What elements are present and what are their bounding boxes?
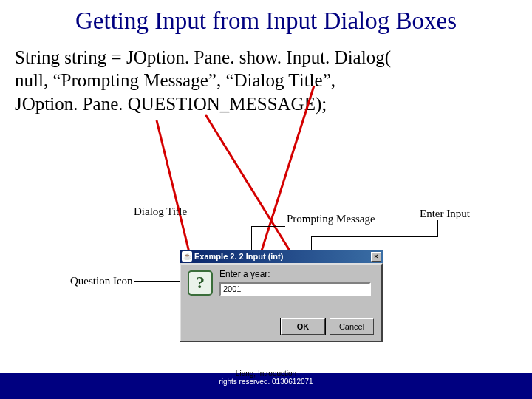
close-icon[interactable]: × bbox=[371, 252, 381, 262]
java-input-dialog: ☕ Example 2. 2 Input (int) × ? Enter a y… bbox=[180, 250, 383, 342]
label-enter-input: Enter Input bbox=[420, 208, 470, 220]
ok-button[interactable]: OK bbox=[281, 318, 325, 335]
dialog-titlebar: ☕ Example 2. 2 Input (int) × bbox=[180, 250, 383, 263]
footer-line1-left: Liang, Introduction bbox=[236, 369, 296, 378]
dialog-button-row: OK Cancel bbox=[281, 318, 374, 335]
code-line-1: String string = JOption. Pane. show. Inp… bbox=[15, 46, 391, 69]
leader-dialog-title bbox=[160, 218, 160, 253]
footer-text: Liang, Introduction rights reserved. 013… bbox=[0, 369, 532, 386]
code-line-2: null, “Prompting Message”, “Dialog Title… bbox=[15, 69, 391, 92]
dialog-window-title: Example 2. 2 Input (int) bbox=[194, 252, 371, 261]
leader-enter-input-v2 bbox=[437, 220, 438, 237]
label-question-icon: Question Icon bbox=[70, 275, 133, 287]
label-dialog-title: Dialog Title bbox=[134, 205, 187, 218]
code-line-3: JOption. Pane. QUESTION_MESSAGE); bbox=[15, 92, 391, 115]
code-block: String string = JOption. Pane. show. Inp… bbox=[15, 46, 391, 115]
leader-enter-input-h1 bbox=[312, 236, 437, 237]
slide: Getting Input from Input Dialog Boxes St… bbox=[0, 0, 532, 399]
dialog-input[interactable]: 2001 bbox=[219, 282, 371, 296]
java-icon: ☕ bbox=[182, 251, 192, 262]
label-prompting-message: Prompting Message bbox=[287, 213, 375, 225]
dialog-figure: Dialog Title Prompting Message Enter Inp… bbox=[83, 205, 505, 353]
cancel-button[interactable]: Cancel bbox=[330, 318, 374, 335]
dialog-body: ? Enter a year: 2001 OK Cancel bbox=[180, 263, 383, 342]
question-icon: ? bbox=[188, 270, 213, 296]
footer-line2: rights reserved. 0130612071 bbox=[219, 378, 313, 386]
leader-prompting-message-h bbox=[252, 226, 285, 227]
slide-title: Getting Input from Input Dialog Boxes bbox=[0, 7, 532, 35]
dialog-prompt: Enter a year: bbox=[219, 269, 270, 279]
